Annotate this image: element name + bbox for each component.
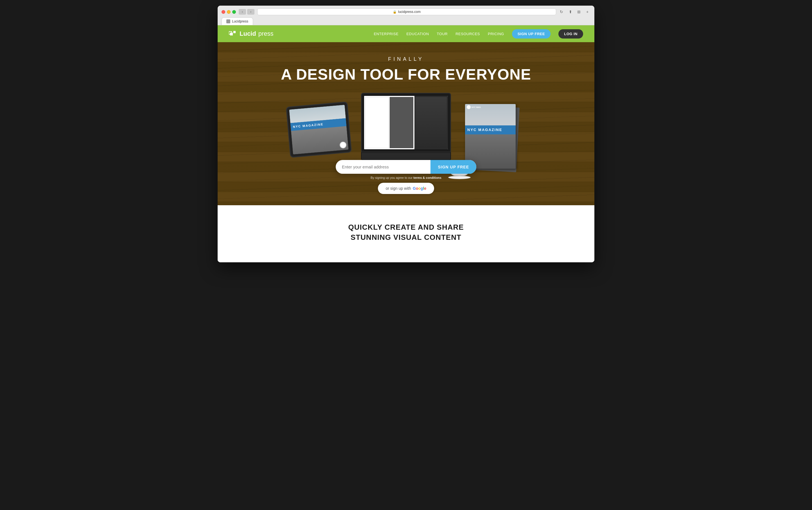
logo-press: press [258, 30, 273, 37]
g-letter-4: g [420, 186, 423, 190]
nav-links: ENTERPRISE EDUCATION TOUR RESOURCES PRIC… [374, 29, 583, 38]
g-letter-6: e [424, 186, 426, 190]
reload-button[interactable]: ↻ [558, 9, 564, 15]
tab-label: Lucidpress [232, 20, 248, 23]
lock-icon: 🔒 [393, 10, 397, 14]
tablet-magazine-title: NYC MAGAZINE [293, 123, 324, 128]
email-row: SIGN UP FREE [336, 160, 476, 174]
signup-form-area: SIGN UP FREE By signing up you agree to … [336, 160, 476, 194]
terms-link[interactable]: terms & conditions [413, 176, 441, 179]
url-text: lucidpress.com [398, 10, 420, 14]
address-bar[interactable]: 🔒 lucidpress.com [257, 8, 556, 15]
active-tab[interactable]: Lucidpress [222, 18, 253, 25]
bottom-title-line2: STUNNING VISUAL CONTENT [229, 232, 583, 242]
forward-button[interactable]: › [247, 9, 255, 14]
svg-rect-2 [233, 31, 236, 33]
close-dot[interactable] [222, 10, 225, 14]
website-content: Lucidpress ENTERPRISE EDUCATION TOUR RES… [218, 25, 594, 262]
email-input[interactable] [336, 160, 431, 174]
browser-tabs: Lucidpress [222, 18, 590, 25]
logo[interactable]: Lucidpress [229, 30, 273, 37]
tab-favicon [226, 20, 230, 23]
hero-title: A DESIGN TOOL FOR EVERYONE [281, 65, 531, 83]
g-letter-1: G [413, 186, 416, 190]
logo-icon [229, 31, 236, 36]
nav-signup-button[interactable]: SIGN UP FREE [512, 29, 551, 38]
google-btn-prefix: or sign up with [386, 186, 411, 190]
hero-content: FINALLY A DESIGN TOOL FOR EVERYONE [281, 42, 531, 91]
bottom-title: QUICKLY CREATE AND SHARE STUNNING VISUAL… [229, 222, 583, 243]
mag-title: NYC MAGAZINE [467, 128, 502, 132]
nav-enterprise[interactable]: ENTERPRISE [374, 32, 398, 36]
browser-nav-buttons: ‹ › [239, 9, 255, 14]
browser-window: ‹ › 🔒 lucidpress.com ↻ ⬆ ⊞ + Lucidpress [218, 6, 594, 262]
nav-pricing[interactable]: PRICING [488, 32, 504, 36]
nav-resources[interactable]: RESOURCES [456, 32, 480, 36]
browser-chrome: ‹ › 🔒 lucidpress.com ↻ ⬆ ⊞ + Lucidpress [218, 6, 594, 25]
laptop-device [361, 93, 451, 160]
bottom-title-line1: QUICKLY CREATE AND SHARE [229, 222, 583, 232]
g-letter-3: o [418, 186, 420, 190]
mag-header: NYC MAG [467, 105, 481, 109]
svg-rect-1 [230, 33, 233, 35]
tablet-logo-badge [339, 142, 347, 149]
bottom-section: QUICKLY CREATE AND SHARE STUNNING VISUAL… [218, 205, 594, 262]
new-tab-button[interactable]: + [584, 9, 590, 15]
hero-subtitle: FINALLY [281, 56, 531, 62]
minimize-dot[interactable] [227, 10, 231, 14]
google-signup-button[interactable]: or sign up with Google [378, 183, 434, 194]
hero-signup-button[interactable]: SIGN UP FREE [431, 160, 476, 174]
hero-section: FINALLY A DESIGN TOOL FOR EVERYONE NYC M… [218, 42, 594, 205]
share-button[interactable]: ⬆ [568, 9, 574, 15]
tablet-device: NYC MAGAZINE [286, 101, 352, 158]
site-nav: Lucidpress ENTERPRISE EDUCATION TOUR RES… [218, 25, 594, 42]
magazine-front: NYC MAG NYC MAGAZINE [465, 104, 516, 169]
nav-login-button[interactable]: LOG IN [558, 29, 583, 38]
readerview-button[interactable]: ⊞ [576, 9, 582, 15]
google-brand: Google [413, 186, 426, 190]
terms-text: By signing up you agree to our terms & c… [336, 176, 476, 179]
nav-tour[interactable]: TOUR [437, 32, 448, 36]
logo-lucid: Lucid [239, 30, 256, 37]
maximize-dot[interactable] [232, 10, 236, 14]
browser-actions: ⬆ ⊞ + [568, 9, 590, 15]
back-button[interactable]: ‹ [239, 9, 246, 14]
nav-education[interactable]: EDUCATION [406, 32, 429, 36]
g-letter-2: o [416, 186, 418, 190]
browser-dots [222, 10, 236, 14]
